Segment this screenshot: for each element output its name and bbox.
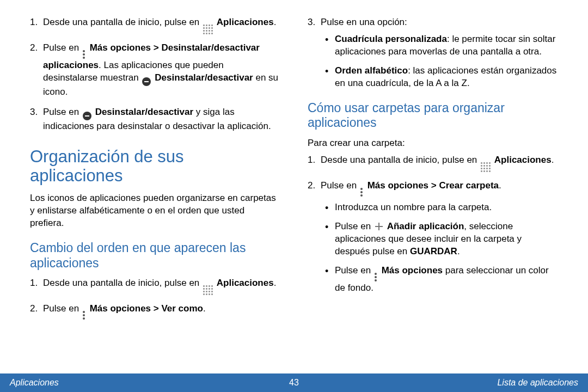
text: Desde una pantalla de inicio, pulse en (43, 278, 202, 288)
text: Desde una pantalla de inicio, pulse en (321, 155, 480, 165)
text: . (274, 17, 277, 27)
text-bold: Orden alfabético (335, 65, 408, 76)
text-bold: Aplicaciones (494, 155, 552, 165)
minus-circle-icon (142, 77, 151, 86)
text: . (552, 155, 554, 165)
more-options-icon (360, 187, 364, 197)
step-number: 1. (308, 154, 315, 167)
step-number: 2. (30, 303, 38, 315)
text-bold: Más opciones (382, 265, 443, 275)
text: Pulse en (43, 42, 82, 53)
footer-page-number: 43 (289, 377, 299, 389)
text: . (203, 303, 206, 314)
step-number: 1. (30, 277, 38, 290)
text-bold: Cuadrícula personalizada (335, 34, 447, 44)
text: . (457, 246, 460, 256)
list-item: 3. Pulse en Desinstalar/desactivar y sig… (43, 106, 280, 133)
footer-right: Lista de aplicaciones (497, 377, 578, 389)
text: Pulse en (335, 221, 373, 231)
list-item: Orden alfabético: las aplicaciones están… (335, 65, 558, 90)
step-number: 2. (30, 42, 38, 54)
left-column: 1. Desde una pantalla de inicio, pulse e… (30, 16, 280, 370)
apps-grid-icon (203, 285, 213, 295)
list-item: Introduzca un nombre para la carpeta. (335, 201, 558, 214)
steps-view-as-cont: 3. Pulse en una opción: Cuadrícula perso… (308, 16, 558, 90)
step-number: 3. (30, 106, 38, 119)
text-bold: Aplicaciones (217, 278, 274, 288)
text: . (274, 278, 277, 288)
page-body: 1. Desde una pantalla de inicio, pulse e… (0, 0, 588, 370)
text-bold: Más opciones > Crear carpeta (367, 180, 499, 191)
minus-circle-icon (83, 112, 91, 120)
list-item: 1. Desde una pantalla de inicio, pulse e… (43, 277, 280, 295)
text-bold: GUARDAR (410, 246, 457, 256)
apps-grid-icon (481, 162, 491, 172)
text: Pulse en (43, 107, 82, 117)
list-item: 3. Pulse en una opción: Cuadrícula perso… (321, 16, 558, 90)
text: Pulse en (321, 180, 359, 191)
text-bold: Aplicaciones (217, 17, 274, 27)
footer-left: Aplicaciones (10, 377, 59, 389)
text: Pulse en una opción: (321, 17, 407, 27)
steps-create-folder: 1. Desde una pantalla de inicio, pulse e… (308, 154, 558, 295)
text-bold: Añadir aplicación (387, 221, 464, 231)
step-number: 2. (308, 180, 315, 192)
list-item: Pulse en Más opciones para seleccionar u… (335, 265, 558, 295)
text: Pulse en (335, 265, 373, 275)
option-bullets: Cuadrícula personalizada: le permite toc… (321, 33, 558, 90)
list-item: 2. Pulse en Más opciones > Desinstalar/d… (43, 42, 280, 99)
step-number: 1. (30, 16, 38, 29)
text-bold: Más opciones > Ver como (90, 303, 203, 314)
more-options-icon (375, 272, 378, 282)
right-column: 3. Pulse en una opción: Cuadrícula perso… (308, 16, 558, 370)
list-item: 1. Desde una pantalla de inicio, pulse e… (321, 154, 558, 172)
list-item: 1. Desde una pantalla de inicio, pulse e… (43, 16, 280, 34)
list-item: 2. Pulse en Más opciones > Crear carpeta… (321, 180, 558, 295)
list-item: 2. Pulse en Más opciones > Ver como. (43, 303, 280, 320)
list-item: Pulse en Añadir aplicación, seleccione a… (335, 220, 558, 258)
apps-grid-icon (203, 24, 213, 34)
text-bold: Desinstalar/desactivar (155, 72, 253, 83)
text-bold: Desinstalar/desactivar (95, 107, 194, 117)
text: . (499, 180, 501, 191)
text: Desde una pantalla de inicio, pulse en (43, 17, 202, 27)
steps-view-as: 1. Desde una pantalla de inicio, pulse e… (30, 277, 280, 320)
heading-use-folders: Cómo usar carpetas para organizar aplica… (308, 101, 558, 131)
folder-substeps: Introduzca un nombre para la carpeta. Pu… (321, 201, 558, 295)
heading-organize-apps: Organización de sus aplicaciones (30, 147, 280, 186)
list-item: Cuadrícula personalizada: le permite toc… (335, 33, 558, 58)
plus-icon (375, 222, 383, 231)
more-options-icon (83, 50, 86, 59)
text: Introduzca un nombre para la carpeta. (335, 202, 492, 212)
paragraph: Para crear una carpeta: (308, 137, 558, 150)
step-number: 3. (308, 16, 315, 29)
heading-change-order: Cambio del orden en que aparecen las apl… (30, 241, 280, 271)
steps-uninstall: 1. Desde una pantalla de inicio, pulse e… (30, 16, 280, 133)
paragraph: Los iconos de aplicaciones pueden organi… (30, 192, 280, 230)
text: Pulse en (43, 303, 82, 314)
page-footer: Aplicaciones 43 Lista de aplicaciones (0, 373, 588, 392)
more-options-icon (83, 310, 86, 320)
